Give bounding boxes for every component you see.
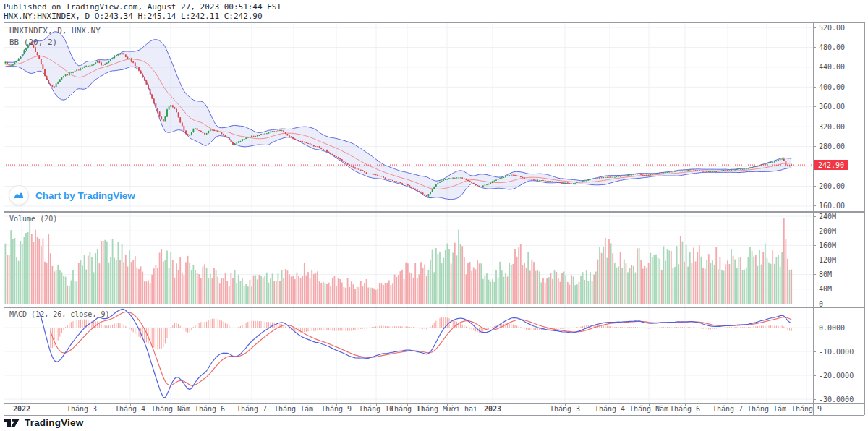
symbol-ohlc-line: HNX.NY:HNXINDEX, D O:243.34 H:245.14 L:2…	[4, 12, 263, 21]
svg-text:Tháng 10: Tháng 10	[359, 405, 393, 413]
svg-text:480.00: 480.00	[819, 43, 845, 51]
svg-text:-10.0000: -10.0000	[819, 348, 854, 356]
svg-text:320.00: 320.00	[819, 123, 845, 131]
svg-text:Tháng 7: Tháng 7	[237, 405, 267, 413]
svg-text:440.00: 440.00	[819, 63, 845, 71]
svg-text:Tháng 4: Tháng 4	[115, 405, 145, 413]
price-axis-labels: 520.00480.00440.00400.00360.00320.00280.…	[819, 24, 845, 210]
svg-text:Tháng Tám: Tháng Tám	[747, 405, 786, 413]
volume-bars	[5, 217, 793, 304]
svg-text:Tháng 9: Tháng 9	[791, 405, 822, 413]
chart-canvas[interactable]: 520.00480.00440.00400.00360.00320.00280.…	[0, 0, 868, 431]
svg-text:2023: 2023	[484, 405, 501, 413]
svg-text:Tháng 6: Tháng 6	[670, 405, 700, 413]
svg-text:Tháng 3: Tháng 3	[67, 405, 97, 413]
price-pane-legend-symbol[interactable]: HNXINDEX, D, HNX.NY	[9, 26, 101, 35]
tradingview-footer-link[interactable]: TradingView	[4, 417, 83, 428]
svg-text:0.0000: 0.0000	[819, 324, 845, 332]
svg-text:120M: 120M	[819, 256, 836, 264]
footer-brand-label: TradingView	[25, 417, 83, 428]
tradingview-snapshot-page: 520.00480.00440.00400.00360.00320.00280.…	[0, 0, 868, 431]
macd-axis-labels: 0.0000-10.0000-20.0000-30.0000	[819, 324, 854, 404]
svg-text:Tháng 4: Tháng 4	[595, 405, 625, 413]
svg-text:360.00: 360.00	[819, 103, 845, 111]
svg-text:160.00: 160.00	[819, 202, 845, 210]
pane-frames	[4, 22, 864, 415]
tradingview-logo-icon	[4, 418, 20, 428]
grid-lines	[4, 22, 813, 404]
svg-text:400.00: 400.00	[819, 83, 845, 91]
volume-axis-labels: 240M200M160M120M80M40M0	[819, 213, 836, 308]
svg-text:280.00: 280.00	[819, 142, 845, 150]
svg-text:200M: 200M	[819, 227, 836, 235]
svg-text:200.00: 200.00	[819, 182, 845, 190]
svg-text:40M: 40M	[819, 285, 832, 293]
svg-text:520.00: 520.00	[819, 24, 845, 32]
published-line: Published on TradingView.com, August 27,…	[4, 2, 281, 12]
svg-text:Tháng 6: Tháng 6	[195, 405, 225, 413]
svg-text:2022: 2022	[13, 405, 30, 413]
tradingview-mountain-icon	[9, 185, 29, 205]
macd-pane-series	[39, 309, 791, 398]
macd-pane-legend[interactable]: MACD (12, 26, close, 9)	[9, 310, 109, 318]
svg-text:0: 0	[819, 300, 823, 308]
svg-text:160M: 160M	[819, 242, 836, 249]
svg-text:Tháng 7: Tháng 7	[712, 405, 743, 413]
svg-text:-30.0000: -30.0000	[819, 396, 854, 404]
svg-text:Tháng Tám: Tháng Tám	[274, 405, 313, 413]
macd-signal-line	[51, 312, 791, 385]
bollinger-band	[5, 32, 791, 200]
svg-text:-20.0000: -20.0000	[819, 372, 854, 380]
price-pane-legend-bb[interactable]: BB (20, 2)	[9, 38, 57, 47]
svg-text:Tháng Mười hai: Tháng Mười hai	[417, 405, 477, 413]
svg-text:Tháng Năm: Tháng Năm	[151, 405, 190, 413]
svg-text:80M: 80M	[819, 270, 832, 278]
svg-text:Tháng 3: Tháng 3	[550, 405, 580, 413]
chart-by-tradingview-link[interactable]: Chart by TradingView	[9, 185, 135, 205]
svg-text:240M: 240M	[819, 213, 836, 221]
time-axis-labels: 2022Tháng 3Tháng 4Tháng NămTháng 6Tháng …	[13, 405, 822, 413]
svg-text:Tháng 9: Tháng 9	[321, 405, 352, 413]
watermark-label: Chart by TradingView	[35, 190, 135, 201]
volume-pane-legend[interactable]: Volume (20)	[9, 215, 57, 223]
last-price-label: 242.90	[814, 160, 848, 170]
svg-text:Tháng Năm: Tháng Năm	[629, 405, 668, 413]
